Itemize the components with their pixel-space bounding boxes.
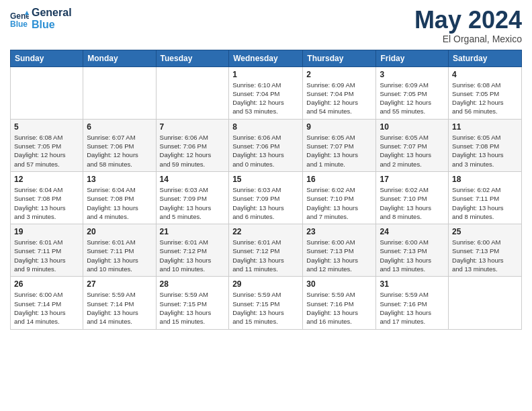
day-cell: 29Sunrise: 5:59 AM Sunset: 7:15 PM Dayli… — [229, 277, 303, 329]
day-info: Sunrise: 6:00 AM Sunset: 7:13 PM Dayligh… — [306, 238, 372, 273]
day-info: Sunrise: 6:08 AM Sunset: 7:05 PM Dayligh… — [14, 133, 79, 169]
logo-general: General — [32, 7, 72, 19]
day-number: 27 — [87, 279, 152, 289]
week-row-2: 5Sunrise: 6:08 AM Sunset: 7:05 PM Daylig… — [11, 119, 522, 171]
day-cell: 2Sunrise: 6:09 AM Sunset: 7:04 PM Daylig… — [303, 66, 376, 119]
day-number: 18 — [452, 175, 518, 184]
day-cell: 16Sunrise: 6:02 AM Sunset: 7:10 PM Dayli… — [303, 171, 376, 224]
day-info: Sunrise: 6:08 AM Sunset: 7:05 PM Dayligh… — [452, 81, 518, 116]
day-number: 25 — [452, 227, 518, 236]
day-number: 3 — [380, 70, 445, 79]
day-cell: 17Sunrise: 6:02 AM Sunset: 7:10 PM Dayli… — [376, 171, 449, 224]
weekday-header-wednesday: Wednesday — [229, 50, 303, 66]
day-cell: 20Sunrise: 6:01 AM Sunset: 7:11 PM Dayli… — [83, 224, 156, 277]
day-number: 30 — [306, 279, 372, 289]
day-cell: 14Sunrise: 6:03 AM Sunset: 7:09 PM Dayli… — [156, 171, 229, 224]
location: El Organal, Mexico — [414, 34, 522, 44]
header: General Blue General Blue May 2024 El Or… — [10, 7, 522, 44]
day-cell: 22Sunrise: 6:01 AM Sunset: 7:12 PM Dayli… — [229, 224, 303, 277]
day-info: Sunrise: 6:01 AM Sunset: 7:12 PM Dayligh… — [160, 238, 226, 273]
weekday-header-saturday: Saturday — [449, 50, 522, 66]
day-number: 4 — [452, 70, 518, 79]
day-info: Sunrise: 6:09 AM Sunset: 7:04 PM Dayligh… — [306, 81, 372, 116]
week-row-1: 1Sunrise: 6:10 AM Sunset: 7:04 PM Daylig… — [11, 66, 522, 119]
logo-icon: General Blue — [10, 9, 29, 28]
day-cell: 6Sunrise: 6:07 AM Sunset: 7:06 PM Daylig… — [83, 119, 156, 171]
day-cell: 23Sunrise: 6:00 AM Sunset: 7:13 PM Dayli… — [303, 224, 376, 277]
day-cell: 27Sunrise: 5:59 AM Sunset: 7:14 PM Dayli… — [83, 277, 156, 329]
day-info: Sunrise: 6:00 AM Sunset: 7:13 PM Dayligh… — [380, 238, 445, 273]
day-number: 5 — [14, 122, 79, 132]
day-cell: 10Sunrise: 6:05 AM Sunset: 7:07 PM Dayli… — [376, 119, 449, 171]
day-number: 26 — [14, 279, 79, 289]
day-number: 22 — [232, 227, 299, 236]
day-info: Sunrise: 6:02 AM Sunset: 7:10 PM Dayligh… — [380, 185, 445, 221]
day-number: 13 — [87, 175, 152, 184]
week-row-3: 12Sunrise: 6:04 AM Sunset: 7:08 PM Dayli… — [11, 171, 522, 224]
day-info: Sunrise: 6:05 AM Sunset: 7:07 PM Dayligh… — [306, 133, 372, 169]
calendar-table: SundayMondayTuesdayWednesdayThursdayFrid… — [10, 50, 522, 330]
day-number: 6 — [87, 122, 152, 132]
day-cell — [83, 66, 156, 119]
weekday-header-thursday: Thursday — [303, 50, 376, 66]
day-number: 24 — [380, 227, 445, 236]
day-info: Sunrise: 6:01 AM Sunset: 7:12 PM Dayligh… — [232, 238, 299, 273]
weekday-header-friday: Friday — [376, 50, 449, 66]
day-number: 11 — [452, 122, 518, 132]
day-cell: 9Sunrise: 6:05 AM Sunset: 7:07 PM Daylig… — [303, 119, 376, 171]
day-cell: 19Sunrise: 6:01 AM Sunset: 7:11 PM Dayli… — [11, 224, 83, 277]
title-block: May 2024 El Organal, Mexico — [414, 7, 522, 44]
day-cell: 5Sunrise: 6:08 AM Sunset: 7:05 PM Daylig… — [11, 119, 83, 171]
day-info: Sunrise: 6:03 AM Sunset: 7:09 PM Dayligh… — [232, 185, 299, 221]
day-info: Sunrise: 6:01 AM Sunset: 7:11 PM Dayligh… — [14, 238, 79, 273]
day-info: Sunrise: 5:59 AM Sunset: 7:16 PM Dayligh… — [306, 290, 372, 326]
day-cell: 4Sunrise: 6:08 AM Sunset: 7:05 PM Daylig… — [449, 66, 522, 119]
day-cell: 12Sunrise: 6:04 AM Sunset: 7:08 PM Dayli… — [11, 171, 83, 224]
day-info: Sunrise: 6:00 AM Sunset: 7:14 PM Dayligh… — [14, 290, 79, 326]
month-title: May 2024 — [414, 7, 522, 34]
day-info: Sunrise: 6:09 AM Sunset: 7:05 PM Dayligh… — [380, 81, 445, 116]
day-info: Sunrise: 6:02 AM Sunset: 7:10 PM Dayligh… — [306, 185, 372, 221]
logo-blue: Blue — [32, 19, 72, 31]
day-number: 23 — [306, 227, 372, 236]
day-number: 20 — [87, 227, 152, 236]
day-info: Sunrise: 6:04 AM Sunset: 7:08 PM Dayligh… — [14, 185, 79, 221]
day-info: Sunrise: 5:59 AM Sunset: 7:16 PM Dayligh… — [380, 290, 445, 326]
day-number: 1 — [232, 70, 299, 79]
day-cell — [11, 66, 83, 119]
weekday-header-tuesday: Tuesday — [156, 50, 229, 66]
day-info: Sunrise: 6:03 AM Sunset: 7:09 PM Dayligh… — [160, 185, 226, 221]
day-cell: 28Sunrise: 5:59 AM Sunset: 7:15 PM Dayli… — [156, 277, 229, 329]
day-cell: 3Sunrise: 6:09 AM Sunset: 7:05 PM Daylig… — [376, 66, 449, 119]
day-cell: 18Sunrise: 6:02 AM Sunset: 7:11 PM Dayli… — [449, 171, 522, 224]
day-info: Sunrise: 6:04 AM Sunset: 7:08 PM Dayligh… — [87, 185, 152, 221]
day-info: Sunrise: 6:02 AM Sunset: 7:11 PM Dayligh… — [452, 185, 518, 221]
day-cell: 11Sunrise: 6:05 AM Sunset: 7:08 PM Dayli… — [449, 119, 522, 171]
day-info: Sunrise: 6:07 AM Sunset: 7:06 PM Dayligh… — [87, 133, 152, 169]
day-number: 7 — [160, 122, 226, 132]
day-cell — [156, 66, 229, 119]
day-cell: 8Sunrise: 6:06 AM Sunset: 7:06 PM Daylig… — [229, 119, 303, 171]
day-cell — [449, 277, 522, 329]
day-cell: 31Sunrise: 5:59 AM Sunset: 7:16 PM Dayli… — [376, 277, 449, 329]
day-cell: 25Sunrise: 6:00 AM Sunset: 7:13 PM Dayli… — [449, 224, 522, 277]
day-info: Sunrise: 6:06 AM Sunset: 7:06 PM Dayligh… — [232, 133, 299, 169]
day-cell: 7Sunrise: 6:06 AM Sunset: 7:06 PM Daylig… — [156, 119, 229, 171]
day-cell: 30Sunrise: 5:59 AM Sunset: 7:16 PM Dayli… — [303, 277, 376, 329]
day-cell: 13Sunrise: 6:04 AM Sunset: 7:08 PM Dayli… — [83, 171, 156, 224]
week-row-4: 19Sunrise: 6:01 AM Sunset: 7:11 PM Dayli… — [11, 224, 522, 277]
day-number: 31 — [380, 279, 445, 289]
calendar-page: General Blue General Blue May 2024 El Or… — [0, 0, 532, 411]
day-number: 21 — [160, 227, 226, 236]
day-cell: 24Sunrise: 6:00 AM Sunset: 7:13 PM Dayli… — [376, 224, 449, 277]
day-info: Sunrise: 5:59 AM Sunset: 7:15 PM Dayligh… — [232, 290, 299, 326]
day-number: 28 — [160, 279, 226, 289]
weekday-header-row: SundayMondayTuesdayWednesdayThursdayFrid… — [11, 50, 522, 66]
week-row-5: 26Sunrise: 6:00 AM Sunset: 7:14 PM Dayli… — [11, 277, 522, 329]
svg-text:Blue: Blue — [10, 19, 28, 28]
day-info: Sunrise: 6:05 AM Sunset: 7:07 PM Dayligh… — [380, 133, 445, 169]
day-number: 15 — [232, 175, 299, 184]
day-number: 2 — [306, 70, 372, 79]
day-number: 17 — [380, 175, 445, 184]
weekday-header-monday: Monday — [83, 50, 156, 66]
